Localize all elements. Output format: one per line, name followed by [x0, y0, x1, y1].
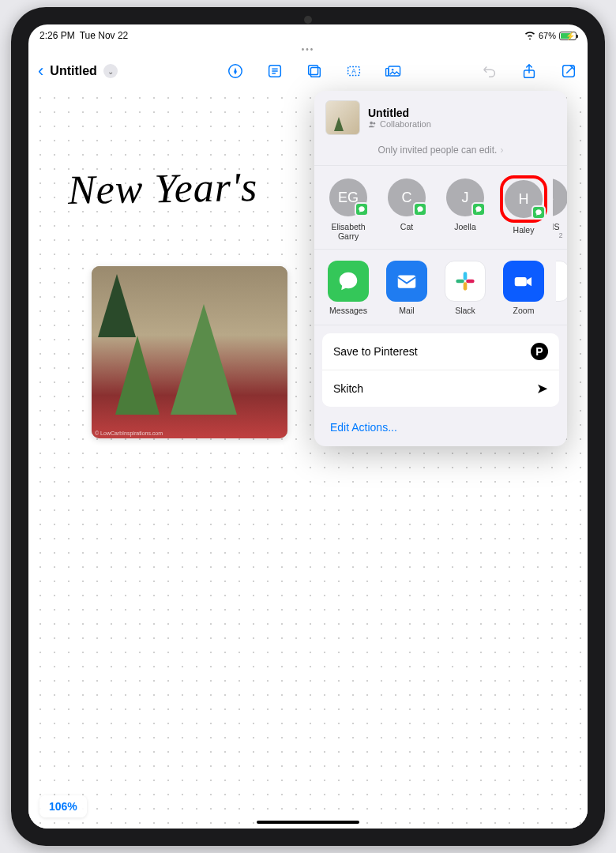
share-icon[interactable]: [520, 62, 539, 81]
share-sheet: Untitled Collaboration Only invited peop…: [314, 91, 567, 446]
apps-row: Messages Mail Slack: [314, 250, 567, 325]
svg-rect-21: [515, 277, 527, 286]
title-menu-chevron-icon[interactable]: ⌄: [103, 64, 118, 78]
mail-app-icon: [386, 261, 427, 302]
messages-badge-icon: [413, 202, 427, 216]
document-thumbnail: [325, 100, 360, 135]
svg-text:A: A: [352, 68, 357, 75]
app-zoom[interactable]: Zoom: [498, 261, 550, 315]
media-tool-icon[interactable]: [384, 62, 403, 81]
share-title: Untitled: [368, 107, 556, 119]
multitask-dots-icon[interactable]: •••: [28, 45, 588, 54]
app-more[interactable]: [556, 261, 567, 315]
share-subtitle: Collaboration: [368, 119, 556, 129]
slack-app-icon: [445, 261, 486, 302]
pen-tool-icon[interactable]: [226, 62, 245, 81]
text-tool-icon[interactable]: [265, 62, 284, 81]
ipad-frame: 2:26 PM Tue Nov 22 67% ⚡ ••• ‹ Untitled …: [11, 7, 605, 846]
messages-badge-icon: [531, 205, 546, 220]
messages-badge-icon: [471, 202, 486, 216]
battery-icon: ⚡: [559, 32, 577, 40]
app-toolbar: ‹ Untitled ⌄ A: [28, 54, 588, 88]
app-mail[interactable]: Mail: [381, 261, 433, 315]
share-actions-list: Save to Pinterest P Skitch ➤: [322, 333, 559, 407]
zoom-app-icon: [503, 261, 544, 302]
embedded-photo[interactable]: © LowCarbInspirations.com: [92, 266, 287, 438]
pinterest-icon: P: [531, 343, 548, 360]
svg-rect-18: [456, 280, 464, 284]
wifi-icon: [524, 31, 535, 41]
more-app-icon: [556, 261, 567, 302]
svg-point-11: [392, 69, 394, 71]
share-permissions-button[interactable]: Only invited people can edit.›: [314, 141, 567, 166]
svg-rect-19: [464, 282, 468, 291]
edit-actions-button[interactable]: Edit Actions...: [314, 415, 567, 445]
handwritten-text: New Year's: [68, 163, 258, 213]
svg-rect-10: [386, 69, 389, 76]
photo-credit: © LowCarbInspirations.com: [95, 430, 163, 436]
battery-percent: 67%: [539, 31, 556, 40]
svg-rect-6: [309, 66, 318, 75]
contact-more[interactable]: S SIS 2: [553, 177, 567, 241]
svg-point-15: [373, 122, 375, 124]
contact-haley[interactable]: H Haley: [498, 177, 550, 241]
home-indicator[interactable]: [257, 821, 359, 824]
status-time: 2:26 PM: [39, 30, 75, 41]
skitch-icon: ➤: [536, 380, 548, 397]
compose-icon[interactable]: [559, 62, 578, 81]
messages-badge-icon: [355, 202, 369, 216]
messages-app-icon: [328, 261, 369, 302]
status-bar: 2:26 PM Tue Nov 22 67% ⚡: [28, 24, 588, 43]
undo-icon[interactable]: [480, 62, 499, 81]
front-camera: [304, 16, 312, 24]
action-save-pinterest[interactable]: Save to Pinterest P: [322, 333, 559, 370]
document-title[interactable]: Untitled: [47, 64, 100, 78]
status-date: Tue Nov 22: [80, 30, 129, 41]
contact-joella[interactable]: J Joella: [439, 177, 491, 241]
contacts-row: EG Elisabeth Garry C Cat J Joella: [314, 166, 567, 250]
svg-rect-17: [464, 272, 468, 280]
contact-elisabeth[interactable]: EG Elisabeth Garry: [322, 177, 374, 241]
contact-cat[interactable]: C Cat: [381, 177, 433, 241]
zoom-level[interactable]: 106%: [39, 795, 87, 817]
action-skitch[interactable]: Skitch ➤: [322, 370, 559, 407]
back-button[interactable]: ‹: [38, 61, 43, 81]
svg-rect-20: [466, 280, 475, 284]
svg-rect-16: [398, 276, 416, 288]
sticky-tool-icon[interactable]: [305, 62, 324, 81]
app-messages[interactable]: Messages: [322, 261, 374, 315]
svg-point-14: [370, 121, 373, 124]
app-slack[interactable]: Slack: [439, 261, 491, 315]
svg-rect-5: [311, 67, 321, 77]
share-header: Untitled Collaboration: [314, 91, 567, 141]
textbox-tool-icon[interactable]: A: [344, 62, 363, 81]
screen: 2:26 PM Tue Nov 22 67% ⚡ ••• ‹ Untitled …: [28, 24, 588, 829]
